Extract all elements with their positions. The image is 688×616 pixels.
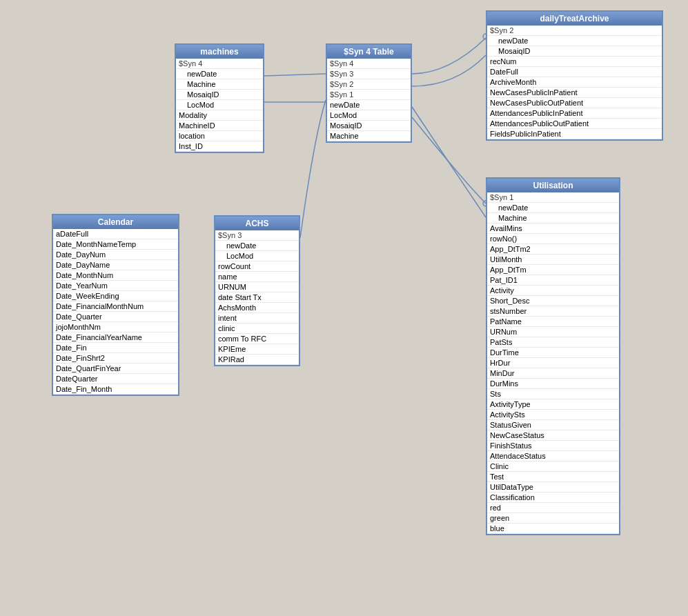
field-row: Pat_ID1	[487, 275, 619, 286]
field-row: StatusGiven	[487, 420, 619, 430]
field-row: green	[487, 513, 619, 524]
field-row: UtilDataType	[487, 482, 619, 493]
field-row: $Syn 1	[327, 90, 411, 100]
field-row: $Syn 1	[487, 192, 619, 203]
field-row: Date_FinShrt2	[53, 353, 178, 364]
table-daily-treat-archive: dailyTreatArchive $Syn 2 newDate MosaiqI…	[486, 10, 663, 141]
field-row: newDate	[327, 100, 411, 110]
field-row: Clinic	[487, 461, 619, 472]
field-row: $Syn 3	[327, 69, 411, 79]
table-utilisation: Utilisation $Syn 1 newDate Machine Avail…	[486, 177, 620, 535]
field-row: Short_Desc	[487, 296, 619, 306]
table-utilisation-body[interactable]: $Syn 1 newDate Machine AvailMins rowNo()…	[487, 192, 619, 534]
field-row: NewCasesPublicOutPatient	[487, 98, 662, 108]
table-machines-header: machines	[176, 45, 263, 59]
field-row: Classification	[487, 493, 619, 503]
field-row: Date_DayNum	[53, 250, 178, 260]
field-row: AvailMins	[487, 223, 619, 234]
field-row: MachineID	[176, 121, 263, 131]
field-row: Modality	[176, 110, 263, 121]
field-row: Machine	[176, 79, 263, 90]
table-calendar-body[interactable]: aDateFull Date_MonthNameTemp Date_DayNum…	[53, 229, 178, 395]
field-row: Date_Fin_Month	[53, 384, 178, 395]
field-row: NewCaseStatus	[487, 430, 619, 441]
field-row: Date_Quarter	[53, 312, 178, 322]
field-row: aDateFull	[53, 229, 178, 239]
field-row: URNum	[487, 327, 619, 337]
field-row: LocMod	[215, 251, 299, 261]
svg-line-0	[264, 74, 326, 76]
field-row: Inst_ID	[176, 141, 263, 152]
field-row: newDate	[215, 241, 299, 251]
field-row: AchsMonth	[215, 303, 299, 313]
field-row: LocMod	[327, 110, 411, 121]
field-row: UtilMonth	[487, 255, 619, 265]
field-row: red	[487, 503, 619, 513]
field-row: name	[215, 272, 299, 282]
table-calendar-header: Calendar	[53, 215, 178, 229]
field-row: AttendaceStatus	[487, 451, 619, 461]
field-row: LocMod	[176, 100, 263, 110]
field-row: App_DtTm	[487, 265, 619, 275]
field-row: KPIRad	[215, 355, 299, 365]
field-row: ArchiveMonth	[487, 77, 662, 88]
field-row: $Syn 4	[176, 59, 263, 69]
table-syn4-header: $Syn 4 Table	[327, 45, 411, 59]
table-achs: ACHS $Syn 3 newDate LocMod rowCount name…	[214, 215, 300, 366]
field-row: Activity	[487, 286, 619, 296]
field-row: AttendancesPublicOutPatient	[487, 119, 662, 129]
field-row: App_DtTm2	[487, 244, 619, 255]
field-row: Date_WeekEnding	[53, 291, 178, 301]
diagram-canvas: machines $Syn 4 newDate Machine MosaiqID…	[0, 0, 688, 616]
field-row: MinDur	[487, 368, 619, 379]
table-achs-header: ACHS	[215, 217, 299, 230]
field-row: Sts	[487, 389, 619, 399]
field-row: blue	[487, 524, 619, 534]
field-row: rowNo()	[487, 234, 619, 244]
field-row: recNum	[487, 57, 662, 67]
table-daily-treat-archive-header: dailyTreatArchive	[487, 12, 662, 26]
table-utilisation-header: Utilisation	[487, 179, 619, 192]
field-row: FinishStatus	[487, 441, 619, 451]
field-row: MosaiqID	[327, 121, 411, 131]
field-row: Date_MonthNameTemp	[53, 239, 178, 250]
field-row: HrDur	[487, 358, 619, 368]
field-row: comm To RFC	[215, 334, 299, 344]
table-syn4: $Syn 4 Table $Syn 4 $Syn 3 $Syn 2 $Syn 1…	[326, 43, 412, 143]
table-achs-body[interactable]: $Syn 3 newDate LocMod rowCount name URNU…	[215, 230, 299, 365]
field-row: DurTime	[487, 348, 619, 358]
field-row: clinic	[215, 324, 299, 334]
field-row: date Start Tx	[215, 292, 299, 303]
field-row: AttendancesPublicInPatient	[487, 108, 662, 119]
field-row: Test	[487, 472, 619, 482]
field-row: PatSts	[487, 337, 619, 348]
field-row: newDate	[176, 69, 263, 79]
table-syn4-body[interactable]: $Syn 4 $Syn 3 $Syn 2 $Syn 1 newDate LocM…	[327, 59, 411, 141]
table-machines: machines $Syn 4 newDate Machine MosaiqID…	[175, 43, 264, 153]
field-row: newDate	[487, 203, 619, 213]
field-row: Date_MonthNum	[53, 270, 178, 281]
field-row: Date_Fin	[53, 343, 178, 353]
field-row: newDate	[487, 36, 662, 46]
field-row: jojoMonthNm	[53, 322, 178, 332]
field-row: NewCasesPublicInPatient	[487, 88, 662, 98]
table-calendar: Calendar aDateFull Date_MonthNameTemp Da…	[52, 214, 179, 396]
field-row: AxtivityType	[487, 399, 619, 410]
field-row: Date_FinancialYearName	[53, 332, 178, 343]
field-row: stsNumber	[487, 306, 619, 317]
table-machines-body[interactable]: $Syn 4 newDate Machine MosaiqID LocMod M…	[176, 59, 263, 152]
field-row: DurMins	[487, 379, 619, 389]
field-row: Machine	[487, 213, 619, 223]
field-row: Date_FinancialMonthNum	[53, 301, 178, 312]
field-row: URNUM	[215, 282, 299, 292]
field-row: $Syn 4	[327, 59, 411, 69]
field-row: rowCount	[215, 261, 299, 272]
field-row: ActivitySts	[487, 410, 619, 420]
field-row: MosaiqID	[487, 46, 662, 57]
field-row: DateFull	[487, 67, 662, 77]
field-row: KPIEme	[215, 344, 299, 355]
table-daily-treat-archive-body[interactable]: $Syn 2 newDate MosaiqID recNum DateFull …	[487, 26, 662, 139]
field-row: Date_DayName	[53, 260, 178, 270]
field-row: PatName	[487, 317, 619, 327]
field-row: location	[176, 131, 263, 141]
